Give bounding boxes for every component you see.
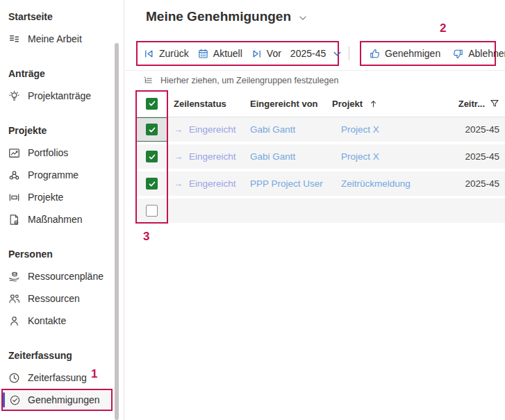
cell-zeitraum: 2025-45	[446, 151, 505, 162]
page-title: Meine Genehmigungen	[146, 9, 291, 24]
table-row[interactable]: →EingereichtGabi GanttProject X2025-45	[136, 144, 505, 169]
forward-button[interactable]: Vor	[251, 48, 281, 59]
period-dropdown-value: 2025-45	[290, 48, 326, 59]
row-group-icon	[143, 76, 153, 85]
approval-icon	[9, 394, 21, 406]
previous-period-icon	[144, 49, 154, 59]
grid-body: →EingereichtGabi GanttProject X2025-45→E…	[136, 117, 505, 196]
sidebar-item-label: Maßnahmen	[28, 214, 83, 225]
next-period-icon	[251, 49, 262, 59]
sidebar-item-portfolios[interactable]: Portfolios	[0, 142, 124, 164]
sidebar-item-label: Meine Arbeit	[28, 33, 82, 44]
program-icon	[8, 169, 20, 181]
select-all-checkbox[interactable]	[146, 98, 158, 110]
nav-section: AnträgeProjektanträge	[0, 62, 124, 107]
main-content: Meine Genehmigungen 2 4 Zurück Aktuell V…	[125, 0, 505, 420]
cell-zeilenstatus[interactable]: →Eingereicht	[167, 151, 245, 162]
column-header-zeitraum-label: Zeitr...	[458, 99, 485, 109]
reject-button-label: Ablehnen	[468, 48, 505, 59]
toolbar-divider	[349, 47, 349, 60]
nav-section: StartseiteMeine Arbeit	[0, 6, 124, 50]
sidebar-item-label: Genehmigungen	[28, 394, 100, 405]
sidebar-item-meine-arbeit[interactable]: Meine Arbeit	[0, 28, 124, 50]
cell-projekt[interactable]: Project X	[330, 151, 446, 162]
row-checkbox[interactable]	[146, 151, 158, 162]
thumb-down-icon	[453, 49, 463, 59]
nav-section-header: Personen	[0, 243, 124, 265]
nav-section-header: Projekte	[0, 119, 124, 142]
annotation-label-3: 3	[143, 230, 149, 244]
current-button[interactable]: Aktuell	[198, 48, 242, 59]
group-by-hint-text: Hierher ziehen, um Zeilengruppen festzul…	[160, 76, 338, 85]
cell-eingereicht-von[interactable]: PPP Project User	[245, 178, 330, 189]
sidebar-item-label: Projekte	[28, 192, 63, 203]
sidebar-item-projektantr-ge[interactable]: Projektanträge	[0, 85, 124, 107]
sidebar-item-genehmigungen[interactable]: Genehmigungen	[1, 389, 113, 411]
sidebar-scrollbar[interactable]	[115, 43, 119, 420]
cell-projekt[interactable]: Project X	[330, 124, 446, 135]
nav-section-header: Zeiterfassung	[0, 344, 124, 367]
row-checkbox-cell	[136, 117, 167, 142]
idea-icon	[8, 90, 20, 102]
status-text: Eingereicht	[189, 178, 236, 189]
resources-icon	[8, 293, 20, 305]
approve-button-label: Genehmigen	[385, 48, 440, 59]
sidebar-item-label: Ressourcen	[28, 293, 80, 304]
row-checkbox-cell	[136, 199, 167, 223]
current-button-label: Aktuell	[213, 48, 242, 59]
row-checkbox-cell	[136, 171, 167, 196]
column-header-projekt-label: Projekt	[332, 99, 363, 109]
cell-zeilenstatus[interactable]: →Eingereicht	[167, 124, 245, 135]
sidebar: StartseiteMeine ArbeitAnträgeProjektantr…	[0, 0, 124, 420]
grid-header-row: Zeilenstatus Eingereicht von Projekt Zei…	[136, 90, 505, 117]
cell-projekt[interactable]: Zeitrückmeldung	[330, 178, 446, 189]
chevron-down-icon[interactable]	[298, 13, 308, 23]
select-all-cell	[136, 90, 167, 117]
sidebar-item-zeiterfassung[interactable]: Zeiterfassung	[0, 367, 124, 389]
cell-eingereicht-von[interactable]: Gabi Gantt	[245, 124, 330, 135]
nav-section-header: Startseite	[0, 6, 124, 28]
sidebar-item-programme[interactable]: Programme	[0, 164, 124, 186]
annotation-label-2: 2	[440, 22, 446, 35]
sidebar-item-ressourcen[interactable]: Ressourcen	[0, 287, 124, 310]
column-header-eingereicht-von[interactable]: Eingereicht von	[245, 99, 330, 109]
sidebar-item-ressourcenpl-ne[interactable]: Ressourcenpläne	[0, 265, 124, 287]
sidebar-item-label: Portfolios	[28, 147, 68, 158]
approve-button[interactable]: Genehmigen	[370, 48, 440, 59]
sort-ascending-icon	[369, 99, 378, 108]
reject-button[interactable]: Ablehnen	[453, 48, 505, 59]
portfolio-icon	[8, 147, 20, 159]
period-dropdown[interactable]: 2025-45	[290, 48, 342, 59]
sidebar-item-projekte[interactable]: Projekte	[0, 186, 124, 208]
project-icon	[8, 192, 20, 203]
group-by-bar[interactable]: Hierher ziehen, um Zeilengruppen festzul…	[143, 72, 338, 89]
row-checkbox[interactable]	[146, 124, 158, 135]
table-row[interactable]: →EingereichtGabi GanttProject X2025-45	[136, 117, 505, 142]
contact-icon	[8, 315, 20, 327]
filter-icon[interactable]	[490, 99, 499, 108]
nav-section: PersonenRessourcenpläneRessourcenKontakt…	[0, 243, 124, 332]
my-work-icon	[8, 33, 20, 45]
annotation-label-1: 1	[91, 367, 97, 381]
status-text: Eingereicht	[189, 151, 236, 162]
cell-eingereicht-von[interactable]: Gabi Gantt	[245, 151, 330, 162]
sidebar-item-kontakte[interactable]: Kontakte	[0, 310, 124, 332]
back-button[interactable]: Zurück	[144, 48, 189, 59]
column-header-zeilenstatus[interactable]: Zeilenstatus	[167, 99, 245, 109]
toolbar-actions-group: Genehmigen Ablehnen	[360, 41, 496, 66]
table-row[interactable]: →EingereichtPPP Project UserZeitrückmeld…	[136, 171, 505, 196]
row-checkbox[interactable]	[146, 178, 158, 190]
column-header-projekt[interactable]: Projekt	[330, 99, 446, 109]
cell-zeilenstatus[interactable]: →Eingereicht	[167, 178, 245, 189]
status-arrow-icon: →	[174, 179, 183, 188]
page-header: Meine Genehmigungen	[146, 9, 308, 24]
sidebar-item-label: Ressourcenpläne	[28, 271, 104, 282]
toolbar-underline	[125, 70, 505, 71]
sidebar-item-ma-nahmen[interactable]: Maßnahmen	[0, 208, 124, 230]
status-arrow-icon: →	[174, 152, 183, 161]
clock-icon	[8, 372, 20, 384]
sidebar-item-label: Projektanträge	[28, 90, 91, 101]
row-checkbox[interactable]	[146, 205, 158, 217]
cell-zeitraum: 2025-45	[446, 124, 505, 135]
column-header-zeitraum[interactable]: Zeitr...	[446, 99, 505, 109]
